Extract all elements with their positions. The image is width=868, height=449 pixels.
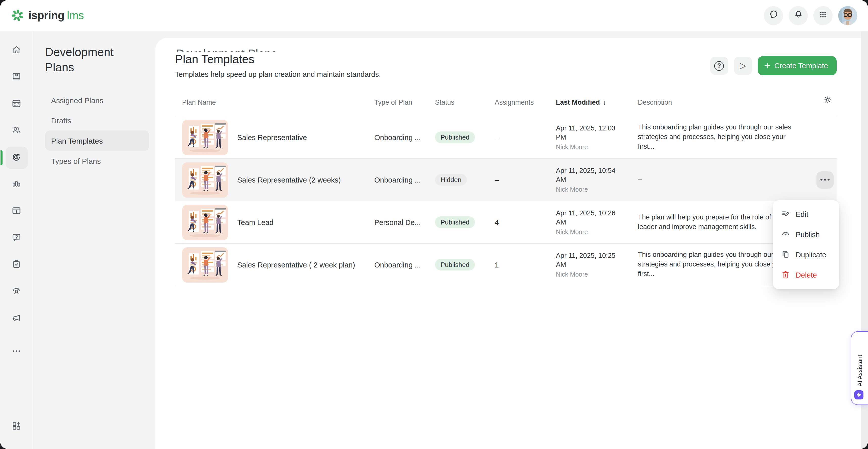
- modified-by: Nick Moore: [556, 229, 638, 236]
- help-icon: ?: [714, 61, 724, 70]
- screen: ispringlms: [0, 0, 868, 449]
- plan-type: Personal De...: [374, 218, 435, 226]
- plan-description: –: [638, 175, 814, 185]
- templates-table: Plan Name Type of Plan Status Assignment…: [175, 94, 837, 286]
- create-template-button[interactable]: + Create Template: [757, 56, 837, 75]
- rail-development-plans[interactable]: [5, 147, 28, 169]
- last-modified-cell: Apr 11, 2025, 10:54 AM Nick Moore: [556, 166, 638, 193]
- app-launcher-button[interactable]: [813, 6, 833, 25]
- rail-support[interactable]: [5, 227, 28, 249]
- sidebar-nav-item[interactable]: Plan Templates: [45, 130, 149, 151]
- plus-icon: +: [764, 60, 770, 70]
- plan-description: This onboarding plan guides you through …: [638, 123, 814, 152]
- plan-thumbnail: [182, 162, 228, 197]
- rail-people[interactable]: [5, 120, 28, 142]
- rail-catalog[interactable]: [5, 200, 28, 222]
- modified-date: Apr 11, 2025, 12:03 PM: [556, 124, 617, 142]
- plan-name-cell: Sales Representative ( 2 week plan): [182, 247, 374, 282]
- section-nav: Development Plans Assigned PlansDraftsPl…: [33, 31, 155, 449]
- header-actions: ? ▷ + Create Template: [710, 56, 837, 75]
- brand-name: ispring: [28, 9, 64, 22]
- row-menu-cell: [814, 171, 837, 188]
- topbar: ispringlms: [0, 0, 868, 31]
- rail-more[interactable]: [5, 341, 28, 363]
- plan-name: Sales Representative: [237, 133, 307, 141]
- column-header-description[interactable]: Description: [638, 99, 814, 106]
- brand-logo[interactable]: ispringlms: [11, 9, 84, 22]
- rail-calendar[interactable]: [5, 93, 28, 115]
- app-window: ispringlms: [0, 0, 868, 449]
- rail-supervision[interactable]: [5, 281, 28, 303]
- status-badge: Published: [435, 259, 475, 270]
- column-header-last-modified[interactable]: Last Modified ↓: [556, 99, 638, 106]
- duplicate-icon: [781, 250, 790, 260]
- modified-date: Apr 11, 2025, 10:25 AM: [556, 251, 617, 270]
- table-row[interactable]: Sales Representative Onboarding ... Publ…: [175, 116, 837, 159]
- column-header-type[interactable]: Type of Plan: [374, 99, 435, 106]
- notifications-button[interactable]: [788, 6, 808, 25]
- plan-name: Team Lead: [237, 218, 274, 226]
- chat-icon: [769, 10, 778, 21]
- ai-assistant-tab[interactable]: AI Assistant: [851, 331, 868, 405]
- bell-icon: [794, 10, 803, 21]
- rail-tasks[interactable]: [5, 254, 28, 276]
- help-chat-icon: [11, 232, 22, 245]
- plan-type: Onboarding ...: [374, 261, 435, 269]
- sidebar-nav-item-label: Plan Templates: [51, 136, 103, 145]
- info-card-icon: [11, 205, 22, 218]
- sidebar-nav-item-label: Assigned Plans: [51, 96, 103, 104]
- modified-date: Apr 11, 2025, 10:26 AM: [556, 209, 617, 227]
- menu-item-duplicate[interactable]: Duplicate: [773, 245, 839, 265]
- home-icon: [11, 44, 22, 57]
- rail-courses[interactable]: [5, 66, 28, 89]
- row-context-menu: Edit Publish Duplicate Delete: [773, 200, 839, 289]
- table-row[interactable]: Team Lead Personal De... Published 4 Apr…: [175, 201, 837, 244]
- status-badge: Published: [435, 216, 475, 228]
- column-header-status[interactable]: Status: [435, 99, 495, 106]
- bar-chart-icon: [11, 178, 22, 191]
- modified-by: Nick Moore: [556, 271, 638, 278]
- column-header-plan-name[interactable]: Plan Name: [182, 99, 374, 106]
- menu-item-delete[interactable]: Delete: [773, 265, 839, 285]
- sidebar-nav-item[interactable]: Types of Plans: [45, 151, 149, 171]
- last-modified-cell: Apr 11, 2025, 10:25 AM Nick Moore: [556, 251, 638, 278]
- rail-home[interactable]: [5, 39, 28, 62]
- column-header-assignments[interactable]: Assignments: [495, 99, 556, 106]
- book-icon: [11, 71, 22, 84]
- chat-button[interactable]: [764, 6, 783, 25]
- user-avatar[interactable]: [838, 6, 857, 25]
- menu-item-publish[interactable]: Publish: [773, 224, 839, 245]
- rail-reports[interactable]: [5, 173, 28, 196]
- ai-assistant-label: AI Assistant: [857, 355, 863, 386]
- status-badge: Published: [435, 131, 475, 143]
- ispring-logo-icon: [11, 9, 24, 22]
- plan-thumbnail: [182, 247, 228, 282]
- status-cell: Published: [435, 259, 495, 270]
- table-row[interactable]: Sales Representative ( 2 week plan) Onbo…: [175, 244, 837, 286]
- plan-thumbnail: [182, 120, 228, 155]
- status-badge: Hidden: [435, 174, 467, 186]
- table-row[interactable]: Sales Representative (2 weeks) Onboardin…: [175, 159, 837, 201]
- row-menu-button[interactable]: [816, 171, 834, 188]
- apps-plus-icon: [11, 420, 22, 433]
- main-content: Development Plans Plan Templates Templat…: [155, 31, 868, 449]
- menu-item-edit[interactable]: Edit: [773, 204, 839, 224]
- assignments-count: –: [495, 176, 556, 184]
- help-button[interactable]: ?: [710, 57, 728, 75]
- sidebar-nav-item[interactable]: Drafts: [45, 110, 149, 130]
- plan-name-cell: Team Lead: [182, 204, 374, 240]
- row-menu-cell: [814, 129, 837, 146]
- tour-play-button[interactable]: ▷: [734, 57, 752, 75]
- plan-thumbnail: [182, 204, 228, 240]
- rail-apps[interactable]: [5, 416, 28, 438]
- table-settings-button[interactable]: [814, 95, 837, 106]
- gear-icon: [823, 95, 833, 106]
- status-cell: Published: [435, 216, 495, 228]
- sidebar-nav-item-label: Types of Plans: [51, 157, 101, 165]
- sidebar-nav-item-label: Drafts: [51, 116, 71, 125]
- modified-by: Nick Moore: [556, 143, 638, 151]
- rail-announcements[interactable]: [5, 308, 28, 330]
- sidebar-nav-item[interactable]: Assigned Plans: [45, 90, 149, 110]
- plan-type: Onboarding ...: [374, 133, 435, 141]
- play-icon: ▷: [740, 62, 746, 70]
